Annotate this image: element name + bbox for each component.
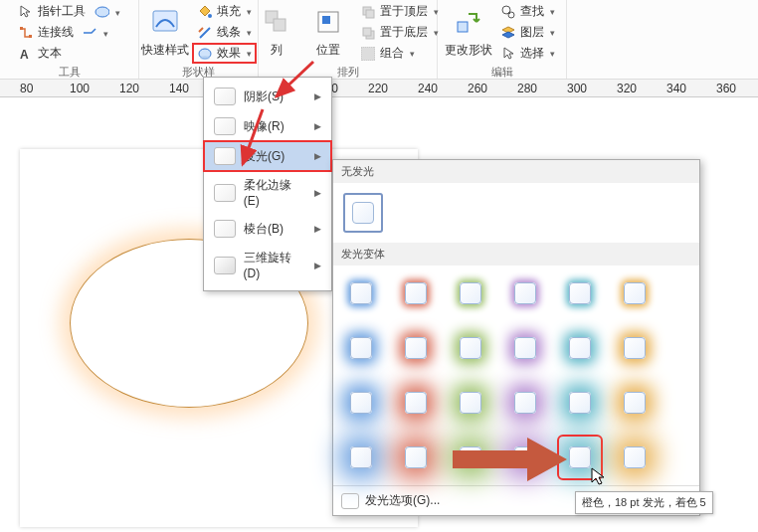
ruler-mark: 140 [169, 82, 189, 95]
glow-variant[interactable] [560, 383, 600, 423]
quick-style-label: 快速样式 [141, 42, 189, 59]
gallery-header-variants: 发光变体 [333, 243, 699, 266]
glow-variant[interactable] [341, 438, 381, 477]
svg-point-7 [200, 56, 210, 60]
reflection-icon [214, 117, 236, 135]
send-back-button: 置于底层 [356, 23, 443, 42]
menu-bevel[interactable]: 棱台(B) ▶ [204, 214, 331, 244]
pointer-icon [18, 4, 34, 20]
connector-icon [18, 25, 34, 41]
line-label: 线条 [217, 24, 241, 41]
ruler-mark: 300 [567, 82, 587, 95]
svg-text:A: A [20, 48, 29, 61]
change-shape-label: 更改形状 [445, 42, 492, 59]
glow-variant[interactable] [505, 438, 545, 477]
ruler-mark: 240 [418, 82, 438, 95]
glow-variant[interactable] [341, 328, 381, 368]
ruler-mark: 120 [119, 82, 139, 95]
svg-point-0 [95, 7, 109, 17]
glow-variant[interactable] [396, 438, 436, 477]
find-button[interactable]: 查找 [496, 2, 559, 21]
glow-variant[interactable] [560, 328, 600, 368]
connector-button[interactable]: 连接线 [14, 23, 124, 42]
change-shape-button[interactable]: 更改形状 [445, 2, 492, 62]
glow-variant[interactable] [451, 273, 490, 313]
glow-variant[interactable] [341, 273, 381, 313]
ruler-mark: 100 [70, 82, 90, 95]
position-icon [312, 6, 344, 38]
ribbon-group-shape-style: 快速样式 填充 线条 效果 形状样 [139, 0, 259, 79]
text-label: 文本 [38, 45, 62, 62]
glow-variant[interactable] [451, 438, 490, 477]
quick-style-icon [149, 6, 181, 38]
menu-shadow[interactable]: 阴影(S) ▶ [204, 82, 331, 111]
glow-variant[interactable] [560, 438, 600, 477]
fill-button[interactable]: 填充 [193, 2, 256, 21]
glow-variant[interactable] [341, 383, 381, 423]
menu-softedge[interactable]: 柔化边缘(E) ▶ [204, 171, 331, 214]
glow-variant[interactable] [505, 328, 545, 368]
layer-button[interactable]: 图层 [496, 23, 559, 42]
line-button[interactable]: 线条 [193, 23, 256, 42]
svg-rect-9 [274, 19, 285, 31]
menu-glow-label: 发光(G) [244, 148, 284, 165]
ruler-mark: 360 [716, 82, 736, 95]
glow-tooltip: 橙色，18 pt 发光，着色 5 [575, 491, 713, 514]
fill-label: 填充 [217, 3, 241, 20]
ribbon-group-edit: 更改形状 查找 图层 选择 编辑 [438, 0, 567, 79]
position-button[interactable]: 位置 [304, 2, 352, 62]
layer-label: 图层 [520, 24, 544, 41]
bring-front-icon [360, 4, 376, 20]
ruler-mark: 220 [368, 82, 388, 95]
pointer-tool-button[interactable]: 指针工具 [14, 2, 124, 21]
glow-variant[interactable] [615, 328, 655, 368]
svg-rect-1 [20, 27, 23, 30]
svg-rect-13 [366, 10, 374, 18]
bring-front-button: 置于顶层 [356, 2, 443, 21]
glow-variant[interactable] [396, 383, 436, 423]
glow-variant[interactable] [451, 328, 490, 368]
text-icon: A [18, 46, 34, 62]
glow-variant[interactable] [396, 328, 436, 368]
glow-variant[interactable] [615, 273, 655, 313]
ruler-mark: 320 [617, 82, 637, 95]
glow-variant[interactable] [396, 273, 436, 313]
menu-glow[interactable]: 发光(G) ▶ [204, 141, 331, 171]
glow-variant[interactable] [451, 383, 490, 423]
quick-style-button[interactable]: 快速样式 [141, 2, 189, 62]
ellipse-tool-icon[interactable] [94, 4, 109, 20]
ruler-mark: 80 [20, 82, 33, 95]
menu-bevel-label: 棱台(B) [244, 221, 284, 238]
arrange-button: 列 [253, 2, 300, 62]
group-button: 组合 [356, 44, 443, 63]
shadow-icon [214, 88, 236, 105]
select-button[interactable]: 选择 [496, 44, 559, 63]
svg-rect-2 [29, 35, 32, 38]
glow-variant[interactable] [615, 383, 655, 423]
change-shape-icon [453, 6, 484, 38]
glow-variant[interactable] [560, 273, 600, 313]
layer-icon [500, 25, 516, 41]
glow-variant[interactable] [505, 273, 545, 313]
svg-rect-19 [458, 22, 468, 32]
send-back-icon [360, 25, 376, 41]
menu-3drotate[interactable]: 三维旋转(D) ▶ [204, 244, 331, 286]
effect-icon [197, 46, 213, 62]
select-label: 选择 [520, 45, 544, 62]
select-icon [500, 46, 516, 62]
effect-label: 效果 [217, 45, 241, 62]
connector-style-icon[interactable] [82, 25, 97, 41]
svg-rect-15 [363, 28, 371, 36]
group-icon [360, 46, 376, 62]
chevron-right-icon: ▶ [314, 224, 321, 234]
glow-variant[interactable] [615, 438, 655, 477]
glow-icon [214, 147, 236, 165]
text-tool-button[interactable]: A 文本 [14, 44, 124, 63]
effect-button[interactable]: 效果 [193, 44, 256, 63]
menu-reflection[interactable]: 映像(R) ▶ [204, 111, 331, 141]
line-icon [197, 25, 213, 41]
glow-none[interactable] [343, 193, 383, 233]
glow-variant[interactable] [505, 383, 545, 423]
bring-front-label: 置于顶层 [380, 3, 428, 20]
chevron-right-icon: ▶ [314, 121, 321, 131]
